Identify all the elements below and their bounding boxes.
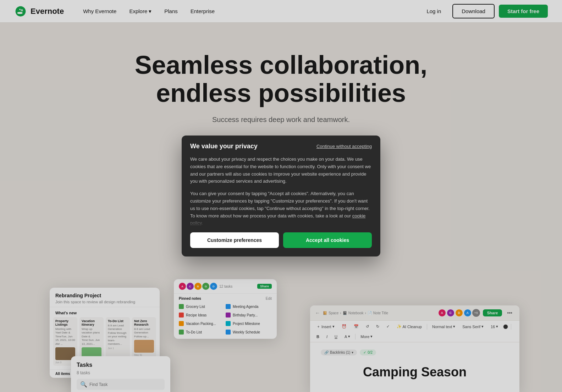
cookie-modal-header: We value your privacy Continue without a… — [182, 136, 380, 156]
cookie-text-1: We care about your privacy and respect t… — [190, 156, 372, 185]
cookie-modal-overlay: We value your privacy Continue without a… — [0, 0, 562, 392]
cookie-modal-actions: Customize preferences Accept all cookies — [182, 227, 380, 256]
customize-preferences-button[interactable]: Customize preferences — [190, 232, 279, 248]
accept-all-cookies-button[interactable]: Accept all cookies — [283, 232, 372, 248]
cookie-policy-link[interactable]: cookie policy — [190, 213, 365, 226]
continue-without-accepting-button[interactable]: Continue without accepting — [316, 144, 372, 149]
cookie-modal: We value your privacy Continue without a… — [182, 136, 380, 256]
cookie-text-2: You can give your consent by tapping "Ac… — [190, 190, 372, 227]
cookie-modal-body: We care about your privacy and respect t… — [182, 156, 380, 227]
cookie-modal-title: We value your privacy — [190, 143, 258, 150]
